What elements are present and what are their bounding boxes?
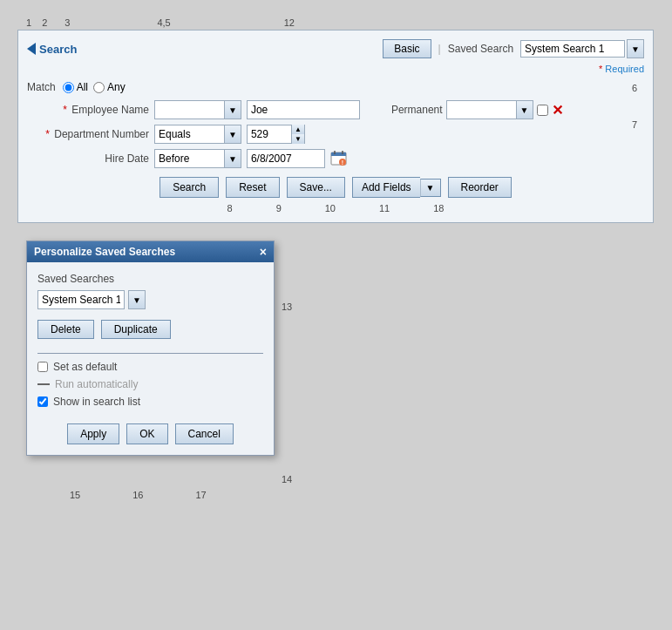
show-in-list-checkbox[interactable]	[37, 396, 48, 407]
search-button[interactable]: Search	[160, 177, 219, 198]
search-title: Search	[27, 43, 77, 56]
hire-date-operator-arrow[interactable]: ▼	[224, 149, 241, 168]
show-in-list-option: Show in search list	[37, 396, 263, 408]
cancel-button[interactable]: Cancel	[175, 423, 234, 444]
radio-any: Any	[93, 81, 126, 93]
add-fields-main[interactable]: Add Fields	[352, 177, 420, 198]
ref-num-1: 1	[26, 17, 31, 28]
calendar-icon[interactable]: !	[330, 150, 348, 167]
dept-operator-input[interactable]	[154, 125, 224, 144]
radio-group: All Any	[63, 81, 126, 93]
ref-15-bottom: 15	[70, 490, 80, 500]
search-title-text: Search	[39, 43, 77, 56]
personalize-dialog: Personalize Saved Searches × Saved Searc…	[26, 240, 275, 456]
saved-search-label: Saved Search	[448, 43, 513, 55]
hire-date-label: Hire Date	[105, 152, 149, 165]
dialog-close-button[interactable]: ×	[260, 246, 267, 258]
dialog-footer: Apply OK Cancel	[37, 420, 263, 444]
radio-all-input[interactable]	[63, 82, 74, 93]
ref-6-outer: 6	[632, 83, 637, 93]
run-auto-dash-icon	[37, 383, 50, 385]
dept-operator-field: ▼	[154, 125, 241, 144]
action-buttons: Search Reset Save... Add Fields ▼ Reorde…	[27, 177, 644, 198]
match-label: Match	[27, 81, 56, 93]
search-header: Search Basic | Saved Search ▼	[27, 39, 644, 58]
required-label: Required	[605, 64, 644, 74]
permanent-label: Permanent	[391, 104, 443, 116]
employee-operator-field: ▼	[154, 100, 241, 119]
ok-button[interactable]: OK	[126, 423, 167, 444]
saved-searches-section-label: Saved Searches	[37, 273, 263, 285]
hire-date-input[interactable]	[247, 149, 325, 168]
saved-search-dropdown-arrow[interactable]: ▼	[627, 39, 644, 58]
dialog-search-dropdown-btn[interactable]: ▼	[128, 290, 146, 309]
divider	[37, 353, 263, 354]
reorder-button[interactable]: Reorder	[448, 177, 512, 198]
dept-number-input[interactable]	[248, 126, 291, 142]
employee-name-input[interactable]	[247, 100, 360, 119]
search-panel: Search Basic | Saved Search ▼ * Required…	[17, 30, 654, 223]
set-default-checkbox[interactable]	[37, 362, 48, 372]
header-right: Basic | Saved Search ▼	[383, 39, 644, 58]
dept-spinner-up[interactable]: ▲	[292, 125, 304, 134]
ref-num-10-label: 10	[325, 203, 336, 213]
ref-num-4-5: 4,5	[157, 17, 170, 28]
collapse-icon[interactable]	[27, 43, 36, 55]
hire-date-operator-input[interactable]	[154, 149, 224, 168]
department-row: * Department Number ▼ ▲ ▼	[27, 125, 644, 144]
required-text: * Required	[27, 64, 644, 74]
ref-num-18-label: 18	[433, 203, 444, 213]
duplicate-button[interactable]: Duplicate	[101, 320, 171, 339]
apply-button[interactable]: Apply	[67, 423, 119, 444]
run-auto-label: Run automatically	[55, 378, 138, 390]
form-grid: * Employee Name ▼ Permanent ▼ ✕	[27, 100, 644, 168]
dialog-action-buttons: Delete Duplicate	[37, 320, 263, 339]
employee-operator-arrow[interactable]: ▼	[224, 100, 241, 119]
add-fields-arrow[interactable]: ▼	[420, 179, 441, 197]
department-label: * Department Number	[27, 128, 149, 140]
dialog-search-name-input[interactable]	[37, 290, 125, 309]
ref-17-bottom: 17	[196, 490, 207, 500]
show-in-list-label: Show in search list	[53, 396, 140, 408]
dialog-body: Saved Searches ▼ Delete Duplicate Set as…	[27, 262, 274, 455]
employee-name-label: * Employee Name	[27, 104, 149, 116]
dept-spinner: ▲ ▼	[291, 125, 304, 144]
dept-operator-arrow[interactable]: ▼	[224, 125, 241, 144]
delete-button[interactable]: Delete	[37, 320, 94, 339]
ref-num-11-label: 11	[379, 203, 390, 213]
permanent-section: Permanent ▼ ✕	[391, 100, 563, 119]
ref-num-8-label: 8	[227, 203, 233, 213]
dialog-options: Set as default Run automatically Show in…	[37, 361, 263, 408]
set-default-label: Set as default	[53, 361, 117, 373]
save-button[interactable]: Save...	[287, 177, 345, 198]
reset-button[interactable]: Reset	[226, 177, 279, 198]
basic-button[interactable]: Basic	[383, 39, 431, 58]
dept-number-input-wrap: ▲ ▼	[247, 125, 305, 144]
ref-13-label: 13	[282, 301, 292, 312]
delete-row-icon[interactable]: ✕	[552, 102, 563, 119]
permanent-checkbox[interactable]	[537, 105, 548, 116]
hire-date-label-wrap: Hire Date	[27, 152, 149, 165]
permanent-value-input[interactable]	[446, 100, 516, 119]
employee-operator-input[interactable]	[154, 100, 224, 119]
ref-14-label: 14	[282, 474, 292, 484]
employee-label-text: Employee Name	[71, 104, 149, 116]
svg-text:!: !	[342, 159, 343, 166]
dept-label-text: Department Number	[54, 128, 149, 140]
radio-any-label: Any	[107, 81, 126, 93]
permanent-arrow[interactable]: ▼	[516, 100, 533, 119]
run-auto-option: Run automatically	[37, 378, 263, 390]
employee-required-star: *	[63, 104, 67, 116]
permanent-dropdown: ▼	[446, 100, 533, 119]
set-default-option: Set as default	[37, 361, 263, 373]
svg-rect-1	[331, 152, 346, 156]
ref-16-bottom: 16	[132, 490, 143, 500]
required-asterisk: *	[599, 64, 602, 74]
dialog-saved-search-row: ▼	[37, 290, 263, 309]
dept-spinner-down[interactable]: ▼	[292, 134, 304, 144]
ref-num-3: 3	[64, 17, 70, 28]
radio-any-input[interactable]	[93, 82, 105, 93]
saved-search-select: ▼	[520, 39, 644, 58]
match-row: Match All Any	[27, 81, 644, 93]
saved-search-input[interactable]	[520, 40, 625, 58]
